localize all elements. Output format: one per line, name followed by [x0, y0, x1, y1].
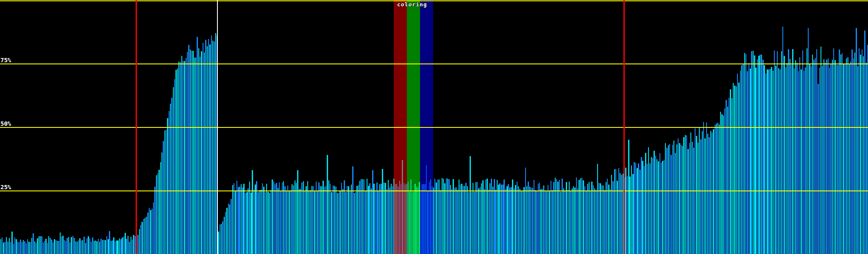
ytick-label-50: 50% — [0, 121, 11, 127]
red-marker-line-2 — [623, 0, 625, 254]
bitrate-histogram-chart: 75% 50% 25% coloring — [0, 0, 868, 254]
ytick-label-75: 75% — [0, 57, 11, 63]
red-marker-line-1 — [136, 0, 137, 254]
position-marker-lines — [0, 0, 868, 254]
section-label: coloring — [397, 2, 427, 7]
white-marker-line — [217, 0, 218, 254]
ytick-label-25: 25% — [0, 184, 11, 190]
